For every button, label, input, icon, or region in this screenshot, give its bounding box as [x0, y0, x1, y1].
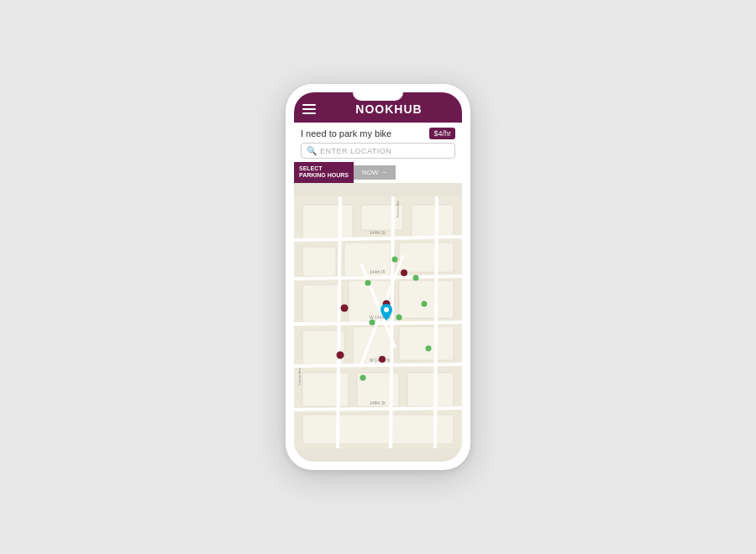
now-button[interactable]: NOW → — [354, 165, 396, 180]
svg-rect-16 — [302, 415, 454, 444]
svg-text:144th Pl: 144th Pl — [370, 269, 385, 274]
app-title: NookHub — [324, 102, 454, 116]
map-area[interactable]: 144th St 144th Pl W 146th St W 147th St … — [294, 183, 462, 462]
parking-bar: SELECT PARKING HOURS NOW → — [294, 162, 462, 183]
need-park-row: I need to park my bike $4/hr — [301, 128, 455, 139]
svg-rect-7 — [302, 285, 340, 322]
hamburger-line-1 — [302, 104, 316, 106]
hamburger-line-2 — [302, 108, 316, 110]
select-parking-button[interactable]: SELECT PARKING HOURS — [294, 162, 354, 183]
phone-notch — [353, 92, 403, 101]
price-badge: $4/hr — [429, 128, 455, 139]
svg-rect-12 — [399, 327, 454, 360]
svg-text:Cortner Ave: Cortner Ave — [297, 367, 302, 385]
svg-rect-4 — [302, 247, 336, 276]
phone-frame: NookHub I need to park my bike $4/hr 🔍 E… — [286, 84, 470, 470]
svg-rect-15 — [407, 373, 454, 406]
svg-rect-1 — [302, 205, 353, 238]
location-input-row[interactable]: 🔍 ENTER LOCATION — [301, 143, 455, 159]
svg-rect-6 — [399, 243, 454, 272]
hamburger-line-3 — [302, 112, 316, 114]
search-area: I need to park my bike $4/hr 🔍 ENTER LOC… — [294, 123, 462, 162]
svg-text:W 146th St: W 146th St — [370, 315, 391, 320]
phone-screen: NookHub I need to park my bike $4/hr 🔍 E… — [294, 92, 462, 462]
hamburger-menu-button[interactable] — [302, 104, 316, 114]
svg-line-24 — [435, 196, 437, 448]
svg-rect-13 — [302, 373, 349, 406]
location-placeholder: ENTER LOCATION — [320, 147, 391, 155]
need-park-label: I need to park my bike — [301, 128, 391, 138]
search-icon: 🔍 — [307, 146, 317, 155]
svg-rect-3 — [412, 205, 454, 238]
map-svg: 144th St 144th Pl W 146th St W 147th St … — [294, 183, 462, 462]
svg-text:148th St: 148th St — [370, 400, 386, 405]
svg-text:W 147th St: W 147th St — [370, 358, 391, 363]
svg-rect-9 — [399, 280, 454, 318]
svg-text:144th St: 144th St — [370, 230, 386, 235]
svg-text:Forrest Ave: Forrest Ave — [396, 200, 400, 217]
